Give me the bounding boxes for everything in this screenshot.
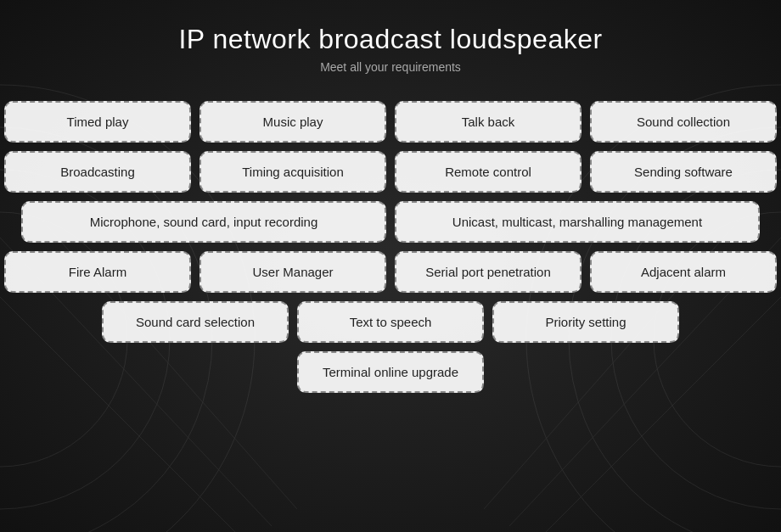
feature-fire-alarm[interactable]: Fire Alarm (4, 251, 191, 293)
feature-serial-port[interactable]: Serial port penetration (395, 251, 582, 293)
feature-sound-card-selection[interactable]: Sound card selection (102, 301, 289, 343)
feature-microphone-recording[interactable]: Microphone, sound card, input recording (21, 201, 386, 243)
row-5: Sound card selection Text to speech Prio… (102, 301, 679, 343)
feature-music-play[interactable]: Music play (199, 101, 386, 143)
main-content: IP network broadcast loudspeaker Meet al… (0, 0, 781, 393)
row-1: Timed play Music play Talk back Sound co… (4, 101, 777, 143)
feature-priority-setting[interactable]: Priority setting (492, 301, 679, 343)
feature-unicast-management[interactable]: Unicast, multicast, marshalling manageme… (395, 201, 760, 243)
feature-user-manager[interactable]: User Manager (199, 251, 386, 293)
feature-timed-play[interactable]: Timed play (4, 101, 191, 143)
feature-text-to-speech[interactable]: Text to speech (297, 301, 484, 343)
feature-sending-software[interactable]: Sending software (590, 151, 777, 193)
features-grid: Timed play Music play Talk back Sound co… (8, 101, 773, 393)
feature-adjacent-alarm[interactable]: Adjacent alarm (590, 251, 777, 293)
feature-sound-collection[interactable]: Sound collection (590, 101, 777, 143)
feature-talk-back[interactable]: Talk back (395, 101, 582, 143)
feature-timing-acquisition[interactable]: Timing acquisition (199, 151, 386, 193)
row-6: Terminal online upgrade (297, 351, 484, 393)
page-subtitle: Meet all your requirements (320, 60, 461, 74)
feature-remote-control[interactable]: Remote control (395, 151, 582, 193)
row-4: Fire Alarm User Manager Serial port pene… (4, 251, 777, 293)
feature-terminal-upgrade[interactable]: Terminal online upgrade (297, 351, 484, 393)
feature-broadcasting[interactable]: Broadcasting (4, 151, 191, 193)
row-2: Broadcasting Timing acquisition Remote c… (4, 151, 777, 193)
row-3: Microphone, sound card, input recording … (21, 201, 760, 243)
page-title: IP network broadcast loudspeaker (178, 24, 602, 55)
